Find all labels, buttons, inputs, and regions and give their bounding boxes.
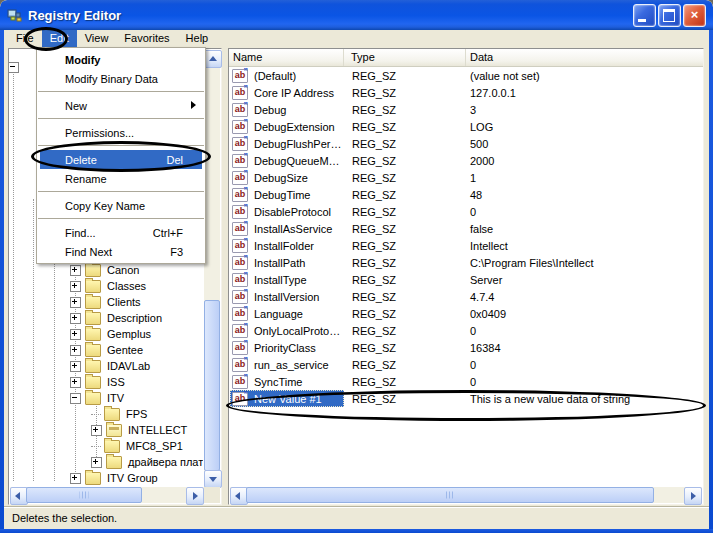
expand-icon[interactable] [70,265,81,276]
maximize-button[interactable] [658,4,681,27]
scroll-right-button[interactable] [684,487,702,505]
expand-icon[interactable] [91,457,102,468]
menu-item-modify-binary-data[interactable]: Modify Binary Data [40,69,202,88]
value-row-installpath[interactable]: abInstallPathREG_SZC:\Program Files\Inte… [230,254,702,271]
expand-icon[interactable] [70,377,81,388]
string-value-icon: ab [232,239,248,253]
tree-item-драйвера-плат[interactable]: драйвера плат [91,454,203,470]
expand-icon[interactable] [70,313,81,324]
menu-item-find[interactable]: Find...Ctrl+F [40,223,202,242]
value-row-installversion[interactable]: abInstallVersionREG_SZ4.7.4 [230,288,702,305]
value-name: Language [252,307,305,321]
expand-icon[interactable] [91,425,102,436]
column-header-name[interactable]: Name [229,49,344,66]
value-row-core-ip-address[interactable]: abCore IP AddressREG_SZ127.0.0.1 [230,84,702,101]
tree-hscroll-thumb[interactable] [26,487,142,503]
tree-item-gentee[interactable]: Gentee [70,342,145,358]
string-value-icon: ab [232,222,248,236]
menu-item-label: Find Next [65,246,112,258]
tree-item-label: Clients [105,295,143,309]
tree-item-canon[interactable]: Canon [70,262,141,278]
value-data: 4.7.4 [466,291,702,303]
menu-item-rename[interactable]: Rename [40,169,202,188]
value-row-run-as-service[interactable]: abrun_as_serviceREG_SZ0 [230,356,702,373]
menu-help[interactable]: Help [178,30,217,47]
tree-item-clients[interactable]: Clients [70,294,143,310]
value-data: 3 [466,104,702,116]
value-name: InstallAsService [252,222,334,236]
menu-item-permissions[interactable]: Permissions... [40,123,202,142]
string-value-icon: ab [232,358,248,372]
value-row-installasservice[interactable]: abInstallAsServiceREG_SZfalse [230,220,702,237]
value-row-disableprotocol[interactable]: abDisableProtocolREG_SZ0 [230,203,702,220]
string-value-icon: ab [232,307,248,321]
scroll-down-button[interactable] [204,470,222,488]
window-border-bottom [0,529,713,533]
menu-item-label: Find... [65,227,96,239]
collapse-icon[interactable] [9,62,19,73]
value-row-debugsize[interactable]: abDebugSizeREG_SZ1 [230,169,702,186]
value-row-language[interactable]: abLanguageREG_SZ0x0409 [230,305,702,322]
tree-item-classes[interactable]: Classes [70,278,148,294]
tree-guide-line [13,71,14,481]
tree-vscroll-thumb[interactable] [204,300,220,471]
expand-icon[interactable] [70,281,81,292]
column-header-type[interactable]: Type [344,49,466,66]
list-hscroll-thumb[interactable] [246,487,654,503]
tree-item-mfc8-sp1[interactable]: MFC8_SP1 [91,438,185,454]
tree-item-itv[interactable]: ITV [70,390,126,406]
tree-item-itv-group[interactable]: ITV Group [70,470,160,486]
title-bar: Registry Editor × [0,0,713,30]
menu-item-find-next[interactable]: Find NextF3 [40,242,202,261]
tree-item-item[interactable] [9,59,27,75]
expand-icon[interactable] [70,297,81,308]
tree-item-description[interactable]: Description [70,310,164,326]
arrow-right-icon [691,492,696,500]
value-row-debugextension[interactable]: abDebugExtensionREG_SZLOG [230,118,702,135]
column-header-data[interactable]: Data [466,49,703,66]
tree-item-iss[interactable]: ISS [70,374,127,390]
value-row-debugqueuemax[interactable]: abDebugQueueMax...REG_SZ2000 [230,152,702,169]
value-row-priorityclass[interactable]: abPriorityClassREG_SZ16384 [230,339,702,356]
menu-edit[interactable]: Edit [42,30,77,47]
menu-item-new[interactable]: New [40,96,202,115]
menu-file[interactable]: File [8,30,42,47]
minimize-button[interactable] [633,4,656,27]
folder-icon [85,280,101,293]
value-row-debugflushperiod[interactable]: abDebugFlushPeriodREG_SZ500 [230,135,702,152]
tree-item-gemplus[interactable]: Gemplus [70,326,153,342]
value-data: 48 [466,189,702,201]
tree-vertical-scrollbar[interactable] [204,50,220,486]
close-button[interactable]: × [683,4,706,27]
value-row-debug[interactable]: abDebugREG_SZ3 [230,101,702,118]
value-name-cell: abDebugQueueMax... [230,152,344,169]
expand-icon[interactable] [70,345,81,356]
menu-item-delete[interactable]: DeleteDel [40,150,202,169]
tree-item-fps[interactable]: FPS [91,406,149,422]
arrow-up-icon [209,56,217,61]
menu-item-copy-key-name[interactable]: Copy Key Name [40,196,202,215]
expand-icon[interactable] [70,329,81,340]
menu-favorites[interactable]: Favorites [116,30,177,47]
value-row-synctime[interactable]: abSyncTimeREG_SZ0 [230,373,702,390]
scroll-up-button[interactable] [204,50,222,68]
value-row-installfolder[interactable]: abInstallFolderREG_SZIntellect [230,237,702,254]
value-row-installtype[interactable]: abInstallTypeREG_SZServer [230,271,702,288]
value-name-cell: abDebugExtension [230,118,344,135]
menu-view[interactable]: View [77,30,117,47]
folder-icon [85,328,101,341]
value-row-default[interactable]: ab(Default)REG_SZ(value not set) [230,67,702,84]
value-name-cell: abDebugSize [230,169,344,186]
value-row-new-value-1[interactable]: abNew Value #1REG_SZThis is a new value … [230,390,702,407]
menu-item-modify[interactable]: Modify [40,50,202,69]
value-row-onlylocalprotocol[interactable]: abOnlyLocalProtocolREG_SZ0 [230,322,702,339]
scroll-right-button[interactable] [186,487,204,505]
list-horizontal-scrollbar[interactable] [230,487,702,503]
tree-item-idavlab[interactable]: IDAVLab [70,358,152,374]
expand-icon[interactable] [70,361,81,372]
expand-icon[interactable] [70,473,81,484]
value-row-debugtime[interactable]: abDebugTimeREG_SZ48 [230,186,702,203]
tree-horizontal-scrollbar[interactable] [10,487,204,503]
collapse-icon[interactable] [70,393,81,404]
tree-item-intellect[interactable]: INTELLECT [91,422,189,438]
